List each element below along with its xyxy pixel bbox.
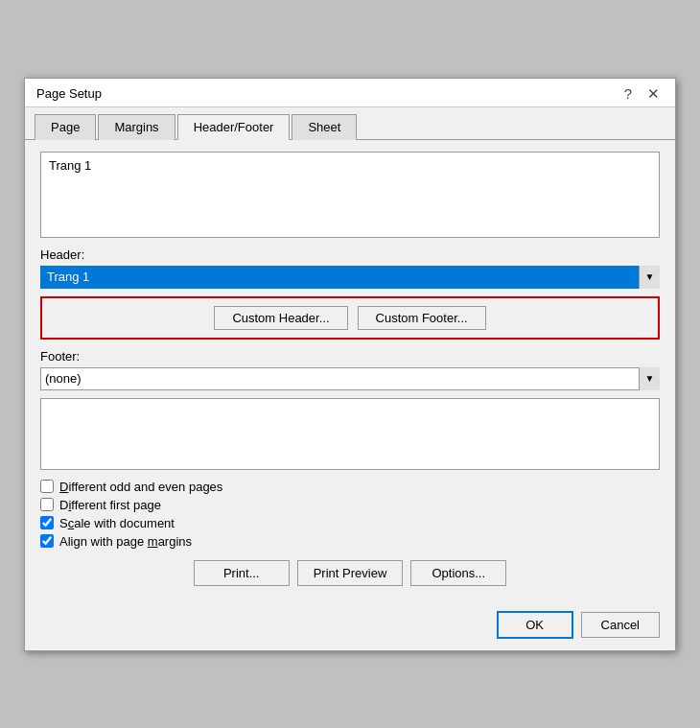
checkbox-odd-even[interactable] — [40, 480, 54, 493]
header-label: Header: — [40, 247, 660, 262]
tab-page[interactable]: Page — [35, 114, 96, 140]
checkbox-row-2: Different first page — [40, 498, 660, 512]
options-button[interactable]: Options... — [410, 560, 506, 586]
custom-header-button[interactable]: Custom Header... — [214, 306, 347, 330]
header-select-row: Trang 1 ▼ — [40, 266, 660, 289]
checkbox-odd-even-label[interactable]: Different odd and even pages — [59, 480, 222, 494]
checkbox-row-3: Scale with document — [40, 516, 660, 530]
header-preview-text: Trang 1 — [49, 158, 91, 173]
tab-content: Trang 1 Header: Trang 1 ▼ Custom Header.… — [25, 140, 675, 603]
checkbox-first-page[interactable] — [40, 498, 54, 511]
help-button[interactable]: ? — [620, 86, 636, 101]
custom-footer-button[interactable]: Custom Footer... — [358, 306, 486, 330]
checkbox-scale[interactable] — [40, 516, 54, 529]
checkbox-scale-label[interactable]: Scale with document — [59, 516, 175, 530]
action-buttons-row: Print... Print Preview Options... — [40, 560, 660, 586]
dialog-buttons: OK Cancel — [25, 603, 675, 650]
footer-preview-box — [40, 398, 660, 470]
page-setup-dialog: Page Setup ? ✕ Page Margins Header/Foote… — [24, 78, 676, 651]
custom-buttons-area: Custom Header... Custom Footer... — [40, 296, 660, 340]
close-button[interactable]: ✕ — [643, 86, 664, 101]
title-bar-controls: ? ✕ — [620, 86, 664, 101]
footer-label: Footer: — [40, 349, 660, 364]
title-bar: Page Setup ? ✕ — [25, 79, 675, 107]
header-dropdown-wrapper[interactable]: Trang 1 ▼ — [40, 266, 660, 289]
print-button[interactable]: Print... — [194, 560, 290, 586]
checkboxes-section: Different odd and even pages Different f… — [40, 480, 660, 549]
dialog-title: Page Setup — [36, 86, 102, 101]
cancel-button[interactable]: Cancel — [581, 612, 660, 638]
tab-bar: Page Margins Header/Footer Sheet — [25, 107, 675, 140]
checkbox-align-label[interactable]: Align with page margins — [59, 534, 192, 549]
tab-headerfooter[interactable]: Header/Footer — [177, 114, 291, 140]
footer-select-row: (none) ▼ — [40, 367, 660, 390]
footer-select[interactable]: (none) — [40, 367, 660, 390]
footer-dropdown-wrapper[interactable]: (none) ▼ — [40, 367, 660, 390]
tab-sheet[interactable]: Sheet — [292, 114, 357, 140]
checkbox-first-page-label[interactable]: Different first page — [59, 498, 161, 512]
ok-button[interactable]: OK — [497, 611, 573, 639]
print-preview-button[interactable]: Print Preview — [297, 560, 404, 586]
tab-margins[interactable]: Margins — [98, 114, 175, 140]
checkbox-row-4: Align with page margins — [40, 534, 660, 549]
header-selected-value[interactable]: Trang 1 — [40, 266, 660, 289]
checkbox-row-1: Different odd and even pages — [40, 480, 660, 494]
checkbox-align[interactable] — [40, 534, 54, 548]
header-preview-box: Trang 1 — [40, 152, 660, 238]
